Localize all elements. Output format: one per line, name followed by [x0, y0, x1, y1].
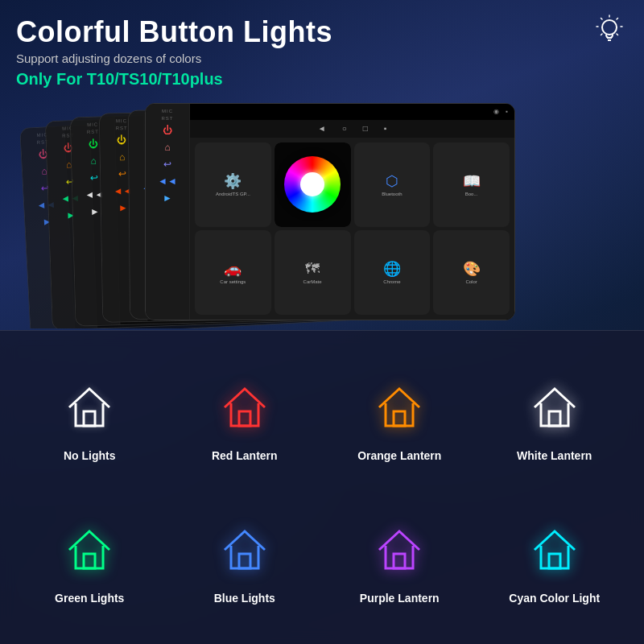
- svg-rect-13: [549, 411, 560, 426]
- compatibility-label: Only For T10/TS10/T10plus: [16, 70, 628, 89]
- svg-rect-12: [394, 411, 405, 426]
- light-item-green-lights: Green Lights: [16, 493, 163, 628]
- no-lights-label: No Lights: [64, 449, 116, 462]
- app-car-settings: 🚗 Car settings: [195, 230, 271, 315]
- device-showcase-area: MIC RST ⏻ ⌂ ↩ ◄◄ ► MIC RST: [0, 95, 644, 328]
- header: Colorful Button Lights Support adjusting…: [0, 0, 644, 95]
- orange-lantern-label: Orange Lantern: [357, 449, 441, 462]
- svg-rect-11: [239, 411, 250, 426]
- app-color: 🎨 Color: [433, 230, 510, 315]
- app-carmate: 🗺 CarMate: [275, 230, 351, 315]
- green-lights-label: Green Lights: [55, 592, 124, 605]
- page-title: Colorful Button Lights: [16, 16, 628, 48]
- svg-rect-15: [239, 554, 250, 568]
- light-item-orange-lantern: Orange Lantern: [326, 351, 473, 485]
- svg-line-4: [617, 19, 618, 20]
- app-apk-installer: 🤖 APK Installer: [275, 142, 351, 227]
- svg-line-9: [601, 34, 603, 35]
- svg-rect-14: [84, 554, 95, 568]
- blue-lights-label: Blue Lights: [214, 592, 275, 605]
- red-lantern-label: Red Lantern: [212, 449, 278, 462]
- light-item-cyan-color: Cyan Color Light: [481, 493, 629, 628]
- blue-lights-icon: [213, 518, 277, 582]
- light-item-purple-lantern: Purple Lantern: [326, 493, 473, 628]
- svg-rect-17: [549, 554, 560, 568]
- info-panel: No Lights Red Lantern: [0, 330, 644, 644]
- svg-rect-16: [394, 554, 405, 568]
- red-lantern-icon: [213, 375, 277, 440]
- lights-grid: No Lights Red Lantern: [16, 351, 628, 628]
- orange-lantern-icon: [367, 375, 431, 440]
- device-panel-main: MIC RST ⏻ ⌂ ↩ ◄◄ ► ◉ ▪: [145, 103, 515, 320]
- light-item-white-lantern: White Lantern: [481, 351, 629, 485]
- green-lights-icon: [57, 518, 122, 582]
- devices-container: MIC RST ⏻ ⌂ ↩ ◄◄ ► MIC RST: [0, 95, 644, 328]
- app-bluetooth: ⬡ Bluetooth: [354, 142, 431, 227]
- app-chrome: 🌐 Chrome: [354, 230, 431, 315]
- cyan-color-icon: [522, 518, 587, 582]
- page-subtitle: Support adjusting dozens of colors: [16, 52, 628, 65]
- no-lights-icon: [57, 375, 122, 440]
- cyan-color-label: Cyan Color Light: [509, 592, 600, 605]
- nav-back: ◄: [318, 124, 326, 133]
- svg-line-6: [617, 34, 618, 35]
- light-item-red-lantern: Red Lantern: [171, 351, 319, 485]
- purple-lantern-label: Purple Lantern: [360, 592, 440, 605]
- white-lantern-label: White Lantern: [517, 449, 592, 462]
- svg-point-0: [602, 20, 617, 35]
- app-book: 📖 Boo...: [433, 142, 510, 227]
- nav-recent: □: [363, 124, 368, 133]
- app-grid: ⚙️ AndroidTS GP... 🤖 APK Installer: [190, 138, 514, 320]
- svg-rect-10: [84, 411, 95, 426]
- svg-line-7: [601, 19, 603, 20]
- nav-cast: ▪: [384, 124, 387, 133]
- light-item-blue-lights: Blue Lights: [171, 493, 319, 628]
- nav-home: ○: [342, 124, 347, 133]
- app-androidts: ⚙️ AndroidTS GP...: [195, 142, 271, 227]
- white-lantern-icon: [522, 375, 587, 440]
- bulb-icon: [592, 14, 626, 56]
- purple-lantern-icon: [367, 518, 431, 582]
- light-item-no-lights: No Lights: [16, 351, 163, 485]
